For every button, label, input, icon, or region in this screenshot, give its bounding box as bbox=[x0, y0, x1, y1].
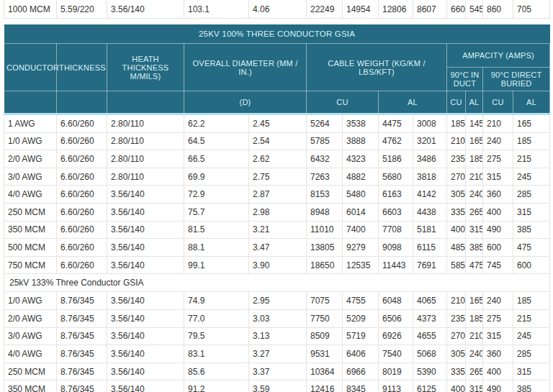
section1-body: 1 AWG6.60/2602.80/11062.22.4552643538447… bbox=[4, 114, 550, 274]
table-row: 350 MCM8.76/3453.56/14091.23.59124168345… bbox=[4, 380, 550, 392]
value-cell: 145 bbox=[466, 114, 483, 133]
col-header-in-duct: 90°C IN DUCT bbox=[447, 68, 483, 91]
value-cell: 210 bbox=[447, 132, 466, 150]
value-cell: 3538 bbox=[343, 114, 379, 133]
subheader-weight-cu: CU bbox=[307, 91, 379, 114]
table-row: 1/0 AWG8.76/3453.56/14074.92.95707547556… bbox=[4, 292, 550, 310]
value-cell: 4475 bbox=[379, 114, 413, 133]
previous-section-body: 1000 MCM5.59/2203.56/140103.14.062224914… bbox=[4, 0, 550, 19]
value-cell: 335 bbox=[447, 363, 466, 380]
value-cell: 8.76/345 bbox=[57, 380, 107, 392]
value-cell: 69.9 bbox=[184, 168, 249, 186]
value-cell: 3.13 bbox=[249, 327, 307, 345]
col-header-direct-buried: 90°C DIRECT BURIED bbox=[483, 68, 550, 91]
value-cell: 5785 bbox=[307, 132, 343, 150]
value-cell: 62.2 bbox=[184, 114, 249, 133]
value-cell: 8509 bbox=[307, 327, 343, 345]
value-cell: 8607 bbox=[413, 0, 447, 19]
value-cell: 6125 bbox=[413, 380, 447, 392]
conductor-cell: 1000 MCM bbox=[4, 0, 57, 19]
value-cell: 3008 bbox=[413, 114, 447, 133]
subheader-buried-cu: CU bbox=[483, 91, 513, 114]
table-header: 25KV 100% THREE CONDUCTOR GSIA CONDUCTOR… bbox=[4, 24, 550, 114]
value-cell: 385 bbox=[513, 221, 550, 239]
section2-title-body: 25kV 133% Three Conductor GSIA bbox=[4, 274, 550, 292]
value-cell: 210 bbox=[483, 114, 513, 133]
value-cell: 360 bbox=[483, 186, 513, 204]
value-cell: 5181 bbox=[413, 221, 447, 239]
value-cell: 4438 bbox=[413, 203, 447, 221]
subheader-weight-al: AL bbox=[379, 91, 447, 114]
value-cell: 475 bbox=[466, 256, 483, 274]
value-cell: 6.60/260 bbox=[57, 186, 107, 204]
conductor-cell: 500 MCM bbox=[4, 239, 57, 257]
value-cell: 4655 bbox=[413, 327, 447, 345]
value-cell: 545 bbox=[466, 0, 483, 19]
value-cell: 6.60/260 bbox=[57, 256, 107, 274]
value-cell: 103.1 bbox=[184, 0, 249, 19]
value-cell: 18650 bbox=[307, 256, 343, 274]
value-cell: 5264 bbox=[307, 114, 343, 133]
value-cell: 79.5 bbox=[184, 327, 249, 345]
value-cell: 185 bbox=[513, 292, 550, 310]
value-cell: 210 bbox=[447, 292, 466, 310]
value-cell: 4755 bbox=[343, 292, 379, 310]
value-cell: 10364 bbox=[307, 363, 343, 380]
value-cell: 85.6 bbox=[184, 363, 249, 380]
value-cell: 860 bbox=[483, 0, 513, 19]
value-cell: 235 bbox=[447, 309, 466, 327]
value-cell: 11443 bbox=[379, 256, 413, 274]
value-cell: 400 bbox=[483, 363, 513, 380]
value-cell: 210 bbox=[466, 327, 483, 345]
value-cell: 64.5 bbox=[184, 132, 249, 150]
value-cell: 7750 bbox=[307, 309, 343, 327]
conductor-cell: 4/0 AWG bbox=[4, 186, 57, 204]
value-cell: 185 bbox=[466, 309, 483, 327]
value-cell: 3486 bbox=[413, 150, 447, 168]
table-row: 1/0 AWG6.60/2602.80/11064.52.54578538884… bbox=[4, 132, 550, 150]
value-cell: 14954 bbox=[343, 0, 379, 19]
value-cell: 3818 bbox=[413, 168, 447, 186]
col-header-overall-diameter: OVERALL DIAMETER (MM / IN.) bbox=[184, 44, 307, 91]
value-cell: 83.1 bbox=[184, 345, 249, 363]
value-cell: 2.54 bbox=[249, 132, 307, 150]
value-cell: 8.76/345 bbox=[57, 292, 107, 310]
value-cell: 315 bbox=[483, 327, 513, 345]
conductor-cell: 1/0 AWG bbox=[4, 132, 57, 150]
value-cell: 335 bbox=[447, 203, 466, 221]
value-cell: 3.56/140 bbox=[107, 239, 184, 257]
value-cell: 2.75 bbox=[249, 168, 307, 186]
conductor-cell: 1 AWG bbox=[4, 114, 57, 133]
value-cell: 285 bbox=[513, 345, 550, 363]
conductor-cell: 2/0 AWG bbox=[4, 150, 57, 168]
subheader-empty bbox=[4, 91, 57, 114]
value-cell: 7708 bbox=[379, 221, 413, 239]
value-cell: 77.0 bbox=[184, 309, 249, 327]
value-cell: 2.95 bbox=[249, 292, 307, 310]
conductor-cell: 250 MCM bbox=[4, 203, 57, 221]
value-cell: 6.60/260 bbox=[57, 132, 107, 150]
value-cell: 400 bbox=[483, 203, 513, 221]
value-cell: 600 bbox=[483, 239, 513, 257]
value-cell: 245 bbox=[513, 327, 550, 345]
value-cell: 240 bbox=[466, 186, 483, 204]
value-cell: 6432 bbox=[307, 150, 343, 168]
table-row: 350 MCM6.60/2603.56/14081.53.21110107400… bbox=[4, 221, 550, 239]
value-cell: 3.56/140 bbox=[107, 327, 184, 345]
value-cell: 400 bbox=[447, 380, 466, 392]
value-cell: 235 bbox=[447, 150, 466, 168]
value-cell: 6048 bbox=[379, 292, 413, 310]
table-row: 750 MCM6.60/2603.56/14099.13.90186501253… bbox=[4, 256, 550, 274]
value-cell: 22249 bbox=[307, 0, 343, 19]
value-cell: 5209 bbox=[343, 309, 379, 327]
cable-spec-table: 25KV 100% THREE CONDUCTOR GSIA CONDUCTOR… bbox=[4, 24, 550, 392]
value-cell: 315 bbox=[466, 380, 483, 392]
value-cell: 8019 bbox=[379, 363, 413, 380]
value-cell: 6.60/260 bbox=[57, 239, 107, 257]
conductor-cell: 1/0 AWG bbox=[4, 292, 57, 310]
value-cell: 275 bbox=[483, 150, 513, 168]
value-cell: 5068 bbox=[413, 345, 447, 363]
value-cell: 3.56/140 bbox=[107, 363, 184, 380]
value-cell: 6.60/260 bbox=[57, 150, 107, 168]
value-cell: 7263 bbox=[307, 168, 343, 186]
